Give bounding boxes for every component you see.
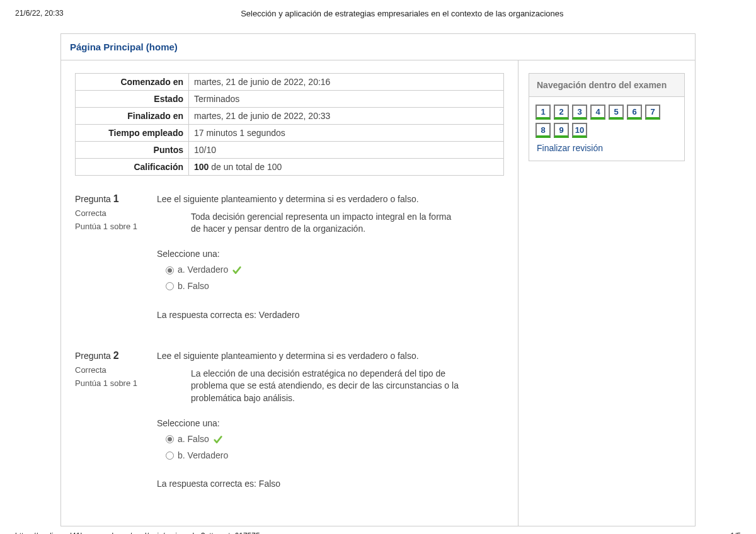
option-label: b. Falso bbox=[178, 280, 209, 293]
question-options: a. Falsob. Verdadero bbox=[166, 433, 504, 462]
question-statement: Toda decisión gerencial representa un im… bbox=[191, 211, 462, 236]
question-body: Lee el siguiente planteamiento y determi… bbox=[157, 193, 504, 321]
summary-row: Tiempo empleado17 minutos 1 segundos bbox=[76, 125, 504, 142]
question-title: Pregunta 1 bbox=[75, 193, 157, 205]
radio-icon bbox=[166, 435, 174, 443]
question-score: Puntúa 1 sobre 1 bbox=[75, 378, 157, 388]
radio-icon bbox=[166, 282, 174, 290]
main-column: Comenzado enmartes, 21 de junio de 2022,… bbox=[61, 60, 518, 526]
summary-row: Finalizado enmartes, 21 de junio de 2022… bbox=[76, 108, 504, 125]
breadcrumb: Página Principal (home) bbox=[61, 34, 695, 60]
quiz-nav-button[interactable]: 1 bbox=[536, 105, 551, 120]
breadcrumb-home-link[interactable]: Página Principal (home) bbox=[70, 42, 178, 52]
option-label: a. Falso bbox=[178, 433, 209, 446]
quiz-review-container: Página Principal (home) Comenzado enmart… bbox=[60, 33, 696, 526]
footer-url: https://avalicmod41b.uveg.edu.mx/mod/qui… bbox=[15, 531, 260, 534]
summary-label: Estado bbox=[76, 91, 189, 108]
timestamp: 21/6/22, 20:33 bbox=[15, 9, 64, 18]
quiz-nav-button[interactable]: 4 bbox=[590, 105, 605, 120]
quiz-nav-button[interactable]: 7 bbox=[645, 105, 660, 120]
question-option[interactable]: b. Verdadero bbox=[166, 450, 504, 462]
quiz-nav-button[interactable]: 9 bbox=[554, 123, 569, 138]
summary-label: Tiempo empleado bbox=[76, 125, 189, 142]
finish-review-link[interactable]: Finalizar revisión bbox=[529, 143, 684, 153]
page-title: Selección y aplicación de estrategias em… bbox=[64, 9, 741, 18]
question-meta: Pregunta 2CorrectaPuntúa 1 sobre 1 bbox=[75, 350, 157, 491]
check-icon bbox=[232, 265, 242, 275]
quiz-nav-button[interactable]: 10 bbox=[572, 123, 587, 138]
question-title: Pregunta 2 bbox=[75, 350, 157, 361]
summary-value: martes, 21 de junio de 2022, 20:16 bbox=[189, 74, 504, 91]
question-prompt: Lee el siguiente planteamiento y determi… bbox=[157, 193, 504, 206]
summary-row: EstadoTerminados bbox=[76, 91, 504, 108]
quiz-nav-grid: 12345678910 bbox=[529, 97, 684, 143]
quiz-nav-button[interactable]: 5 bbox=[609, 105, 624, 120]
question-option[interactable]: a. Verdadero bbox=[166, 264, 504, 276]
question-feedback: La respuesta correcta es: Verdadero bbox=[157, 309, 504, 322]
option-label: b. Verdadero bbox=[178, 450, 228, 462]
quiz-nav-button[interactable]: 8 bbox=[536, 123, 551, 138]
summary-label: Finalizado en bbox=[76, 108, 189, 125]
question-statement: La elección de una decisión estratégica … bbox=[191, 368, 462, 405]
select-one-label: Seleccione una: bbox=[157, 248, 504, 261]
question-feedback: La respuesta correcta es: Falso bbox=[157, 478, 504, 491]
print-header: 21/6/22, 20:33 Selección y aplicación de… bbox=[15, 9, 741, 18]
print-footer: https://avalicmod41b.uveg.edu.mx/mod/qui… bbox=[15, 531, 741, 534]
summary-table: Comenzado enmartes, 21 de junio de 2022,… bbox=[75, 73, 504, 176]
question-option[interactable]: a. Falso bbox=[166, 433, 504, 446]
quiz-nav-title: Navegación dentro del examen bbox=[529, 74, 684, 97]
footer-page: 1/5 bbox=[730, 531, 741, 534]
summary-value: martes, 21 de junio de 2022, 20:33 bbox=[189, 108, 504, 125]
summary-value: 17 minutos 1 segundos bbox=[189, 125, 504, 142]
question-option[interactable]: b. Falso bbox=[166, 280, 504, 293]
summary-label: Comenzado en bbox=[76, 74, 189, 91]
summary-label: Calificación bbox=[76, 159, 189, 176]
question-body: Lee el siguiente planteamiento y determi… bbox=[157, 350, 504, 491]
quiz-nav-button[interactable]: 2 bbox=[554, 105, 569, 120]
summary-row: Puntos10/10 bbox=[76, 142, 504, 159]
question-prompt: Lee el siguiente planteamiento y determi… bbox=[157, 350, 504, 363]
summary-value: Terminados bbox=[189, 91, 504, 108]
radio-icon bbox=[166, 266, 174, 275]
question-block: Pregunta 2CorrectaPuntúa 1 sobre 1Lee el… bbox=[75, 350, 504, 491]
check-icon bbox=[213, 435, 223, 445]
radio-icon bbox=[166, 452, 174, 460]
quiz-nav-panel: Navegación dentro del examen 12345678910… bbox=[529, 73, 685, 161]
side-column: Navegación dentro del examen 12345678910… bbox=[518, 60, 695, 526]
option-label: a. Verdadero bbox=[178, 264, 228, 276]
question-status: Correcta bbox=[75, 365, 157, 375]
question-status: Correcta bbox=[75, 208, 157, 218]
question-meta: Pregunta 1CorrectaPuntúa 1 sobre 1 bbox=[75, 193, 157, 321]
summary-label: Puntos bbox=[76, 142, 189, 159]
summary-grade-value: 100 de un total de 100 bbox=[189, 159, 504, 176]
summary-row: Comenzado enmartes, 21 de junio de 2022,… bbox=[76, 74, 504, 91]
summary-value: 10/10 bbox=[189, 142, 504, 159]
question-block: Pregunta 1CorrectaPuntúa 1 sobre 1Lee el… bbox=[75, 193, 504, 321]
question-score: Puntúa 1 sobre 1 bbox=[75, 222, 157, 231]
quiz-nav-button[interactable]: 6 bbox=[627, 105, 642, 120]
summary-row: Calificación100 de un total de 100 bbox=[76, 159, 504, 176]
select-one-label: Seleccione una: bbox=[157, 418, 504, 430]
question-options: a. Verdaderob. Falso bbox=[166, 264, 504, 292]
quiz-nav-button[interactable]: 3 bbox=[572, 105, 587, 120]
